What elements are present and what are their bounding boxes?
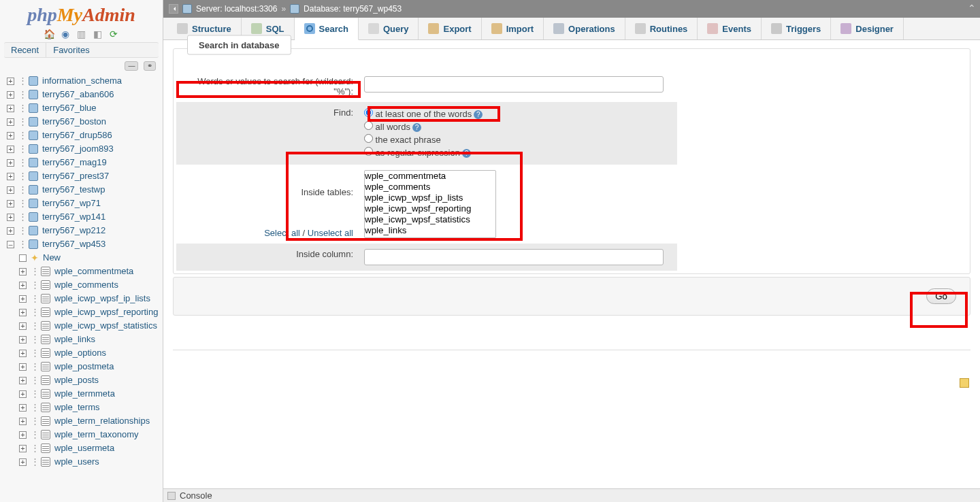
find-option[interactable]: all words? [364,120,673,133]
find-radio[interactable] [364,147,373,156]
db-link[interactable]: terry567_mag19 [42,156,107,169]
expand-icon[interactable]: + [7,78,14,85]
db-link[interactable]: information_schema [42,74,122,88]
table-link[interactable]: wple_usermeta [54,441,114,455]
db-link[interactable]: terry567_drup586 [42,129,112,142]
find-option[interactable]: at least one of the words? [364,107,673,120]
select-all-link[interactable]: Select all [264,228,300,238]
tab-search[interactable]: Search [295,18,359,40]
help-icon[interactable]: ? [474,110,483,119]
expand-icon[interactable]: + [7,186,14,194]
help-icon[interactable]: ? [412,123,421,132]
expand-icon[interactable]: + [19,404,27,412]
expand-icon[interactable]: + [7,91,14,99]
database-link[interactable]: Database: terry567_wp453 [304,4,402,14]
expand-icon[interactable]: + [19,295,27,303]
help-icon[interactable]: ? [462,149,471,158]
recent-tab[interactable]: Recent [4,43,46,57]
expand-icon[interactable]: + [19,363,27,371]
table-link[interactable]: wple_icwp_wpsf_reporting [54,305,158,319]
logout-icon[interactable]: ◉ [60,29,71,39]
db-link[interactable]: terry567_joom893 [42,142,114,156]
db-link[interactable]: terry567_aban606 [42,88,114,101]
expand-icon[interactable]: + [7,214,14,221]
expand-icon[interactable]: + [7,159,14,167]
expand-icon[interactable]: + [7,146,14,153]
table-link[interactable]: wple_termmeta [54,387,115,401]
sql-icon[interactable]: ◧ [92,29,103,39]
expand-icon[interactable]: + [19,458,27,466]
collapse-tree-icon[interactable]: — [125,61,138,71]
tab-operations[interactable]: Operations [544,18,625,39]
new-table-link[interactable]: New [43,251,61,265]
tab-triggers[interactable]: Triggers [762,18,831,39]
table-link[interactable]: wple_icwp_wpsf_statistics [54,319,157,333]
table-link[interactable]: wple_term_relationships [54,414,150,428]
table-link[interactable]: wple_term_taxonomy [54,428,139,441]
tab-import[interactable]: Import [482,18,544,39]
db-link[interactable]: terry567_blue [42,101,97,115]
tab-events[interactable]: Events [698,18,762,39]
expand-icon[interactable]: + [19,309,27,316]
find-option[interactable]: as regular expression? [364,146,673,159]
expand-icon[interactable]: + [19,336,27,344]
expand-icon[interactable]: + [7,200,14,207]
tab-designer[interactable]: Designer [831,18,904,39]
tables-select[interactable]: wple_commentmetawple_commentswple_icwp_w… [364,170,496,238]
db-link[interactable]: terry567_wp71 [42,197,101,210]
expand-icon[interactable]: + [19,322,27,330]
logo[interactable]: phpMyAdmin [0,0,163,27]
inside-column-input[interactable] [364,249,664,265]
routines-icon [635,23,646,34]
table-link[interactable]: wple_comments [54,278,118,292]
expand-icon[interactable]: + [19,431,27,439]
collapse-top-icon[interactable]: ⌃ [968,3,976,14]
expand-icon[interactable]: + [19,390,27,398]
docs-icon[interactable]: ▥ [76,29,87,39]
expand-icon[interactable]: + [7,118,14,126]
tab-routines[interactable]: Routines [625,18,698,39]
expand-icon[interactable]: + [7,132,14,139]
table-link[interactable]: wple_links [54,333,95,346]
bookmark-icon[interactable] [960,378,969,388]
server-link[interactable]: Server: localhost:3306 [196,4,277,14]
expand-icon[interactable]: + [19,418,27,425]
console-bar[interactable]: Console [163,488,980,502]
table-link[interactable]: wple_commentmeta [54,265,133,278]
nav-back-icon[interactable] [169,4,178,14]
db-link[interactable]: terry567_wp453 [42,237,105,251]
expand-icon[interactable]: + [19,268,27,275]
expand-icon[interactable]: + [19,445,27,452]
find-radio[interactable] [364,121,373,130]
expand-icon[interactable]: + [19,350,27,357]
find-option[interactable]: the exact phrase [364,133,673,146]
link-icon[interactable]: ⚭ [144,61,156,71]
tab-export[interactable]: Export [419,18,481,39]
search-words-input[interactable] [364,76,664,93]
table-link[interactable]: wple_icwp_wpsf_ip_lists [54,292,150,305]
go-button[interactable]: Go [926,288,956,304]
db-link[interactable]: terry567_wp141 [42,210,105,224]
expand-icon[interactable]: + [7,227,14,235]
expand-icon[interactable]: + [7,173,14,180]
find-radio[interactable] [364,108,373,117]
home-icon[interactable]: 🏠 [44,29,54,39]
db-link[interactable]: terry567_boston [42,115,106,129]
expand-icon[interactable]: + [19,377,27,384]
expand-icon[interactable]: + [19,282,27,289]
db-link[interactable]: terry567_wp212 [42,224,105,237]
table-link[interactable]: wple_users [54,455,99,469]
reload-icon[interactable]: ⟳ [108,29,119,39]
tab-query[interactable]: Query [359,18,419,39]
db-link[interactable]: terry567_prest37 [42,169,109,183]
table-link[interactable]: wple_options [54,346,106,360]
table-link[interactable]: wple_postmeta [54,360,114,373]
find-radio[interactable] [364,134,373,143]
table-link[interactable]: wple_terms [54,401,99,414]
db-link[interactable]: terry567_testwp [42,183,105,197]
favorites-tab[interactable]: Favorites [46,43,96,57]
collapse-icon[interactable]: – [7,241,14,248]
expand-icon[interactable]: + [7,105,14,112]
unselect-all-link[interactable]: Unselect all [308,228,353,238]
table-link[interactable]: wple_posts [54,373,99,387]
